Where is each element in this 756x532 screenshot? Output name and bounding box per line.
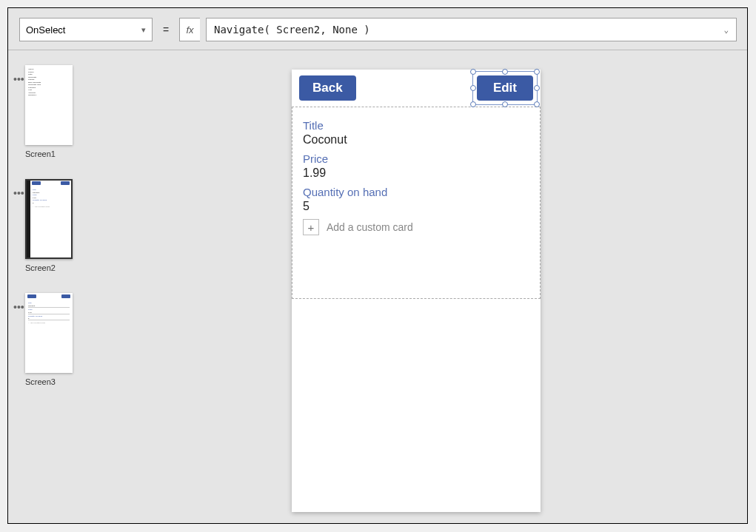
property-value: OnSelect — [26, 24, 65, 36]
mini-input: 5 — [28, 317, 70, 320]
mini-edit-button — [61, 181, 70, 185]
edit-button[interactable]: Edit — [477, 75, 533, 101]
resize-handle[interactable] — [502, 69, 508, 75]
more-icon[interactable]: ••• — [13, 302, 24, 312]
screen-thumb-2: ••• Title Coconut Price 1.99 Q — [12, 179, 90, 272]
canvas-screen: Back Edit Title Coconut Price — [292, 70, 541, 512]
selected-control: Edit — [477, 75, 533, 101]
mini-input: 1.99 — [28, 312, 70, 314]
formula-bar: OnSelect ▾ = fx Navigate( Screen2, None … — [19, 18, 737, 41]
formula-input[interactable]: Navigate( Screen2, None ) ⌄ — [206, 18, 737, 41]
screen-header: Back Edit — [292, 70, 541, 107]
screen-label: Screen3 — [25, 377, 90, 386]
thumb-mini-header — [30, 181, 71, 187]
mini-cancel-button — [27, 294, 36, 298]
resize-handle[interactable] — [534, 69, 540, 75]
screens-panel: ••• Vanilla Cream Latte Chocolate Orange… — [8, 65, 90, 407]
screen-thumb-1: ••• Vanilla Cream Latte Chocolate Orange… — [12, 65, 90, 158]
equals-sign: = — [158, 18, 173, 41]
more-icon[interactable]: ••• — [13, 188, 24, 198]
screen-label: Screen2 — [25, 263, 90, 272]
add-custom-card[interactable]: + Add a custom card — [303, 219, 529, 235]
field-value-title: Coconut — [303, 133, 529, 147]
property-dropdown[interactable]: OnSelect ▾ — [19, 18, 153, 41]
screen-thumbnail[interactable]: Vanilla Cream Latte Chocolate Orange Dar… — [25, 65, 73, 145]
chevron-down-icon[interactable]: ⌄ — [723, 25, 729, 35]
resize-handle[interactable] — [534, 101, 540, 107]
screen-label: Screen1 — [25, 149, 90, 158]
workspace: ••• Vanilla Cream Latte Chocolate Orange… — [8, 50, 747, 523]
thumb-mini-content: Vanilla Cream Latte Chocolate Orange Dar… — [28, 68, 58, 97]
more-icon[interactable]: ••• — [13, 74, 24, 84]
resize-handle[interactable] — [470, 101, 476, 107]
field-value-quantity: 5 — [303, 200, 529, 213]
screen-thumbnail[interactable]: Title Coconut Price 1.99 Quantity on han… — [25, 179, 73, 259]
mini-back-button — [32, 181, 41, 185]
field-label-quantity: Quantity on hand — [303, 186, 529, 198]
plus-icon: + — [303, 219, 319, 235]
mini-input: Coconut — [28, 305, 70, 308]
back-button[interactable]: Back — [299, 75, 356, 101]
app-frame: OnSelect ▾ = fx Navigate( Screen2, None … — [7, 7, 748, 524]
resize-handle[interactable] — [534, 85, 540, 91]
formula-text: Navigate( Screen2, None ) — [214, 24, 370, 36]
mini-save-button — [61, 294, 70, 298]
display-form[interactable]: Title Coconut Price 1.99 Quantity on han… — [292, 107, 541, 299]
add-card-label: Add a custom card — [327, 221, 413, 233]
chevron-down-icon: ▾ — [141, 25, 146, 35]
screen-thumb-3: ••• Title Coconut Price 1.99 Quantity on… — [12, 293, 90, 386]
thumb-mini-content: Title Coconut Price 1.99 Quantity on han… — [26, 300, 72, 326]
resize-handle[interactable] — [470, 85, 476, 91]
field-label-title: Title — [303, 119, 529, 132]
resize-handle[interactable] — [502, 101, 508, 107]
field-label-price: Price — [303, 152, 529, 165]
resize-handle[interactable] — [470, 69, 476, 75]
screen-thumbnail[interactable]: Title Coconut Price 1.99 Quantity on han… — [25, 293, 73, 373]
field-value-price: 1.99 — [303, 166, 529, 180]
thumb-mini-content: Title Coconut Price 1.99 Quantity on han… — [30, 187, 71, 210]
thumb-mini-header — [26, 294, 72, 300]
thumb-sidebar — [27, 181, 30, 257]
fx-label: fx — [179, 18, 200, 41]
